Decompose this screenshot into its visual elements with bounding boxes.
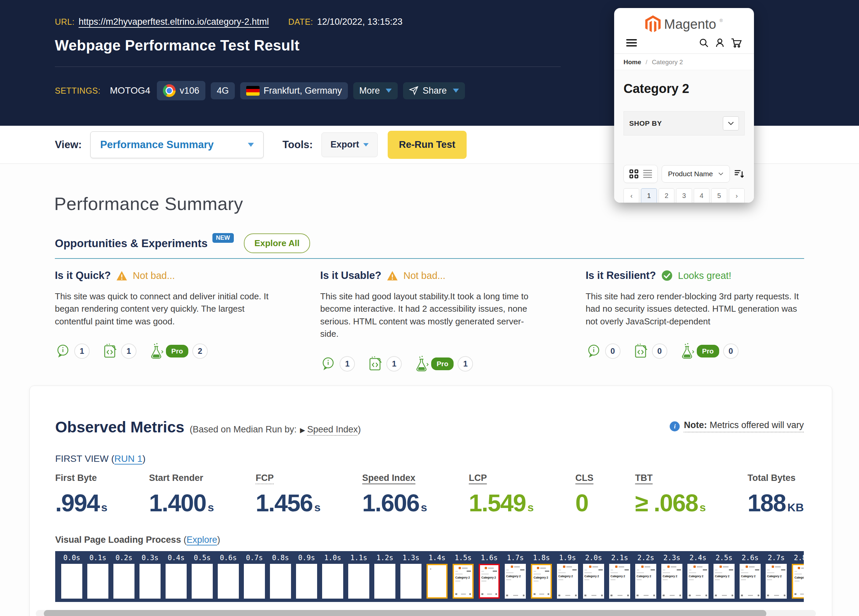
tested-page-preview[interactable]: Magento ® Home / Category 2 Category 2 S… [614, 8, 754, 203]
view-select[interactable]: Performance Summary [90, 131, 264, 158]
frame-thumbnail: Category 2 [766, 564, 787, 599]
film-frame[interactable]: Category 2 [505, 564, 526, 599]
warning-icon [116, 271, 127, 281]
explore-link[interactable]: Explore [187, 535, 217, 545]
rerun-test-button[interactable]: Re-Run Test [388, 131, 467, 159]
filmstrip-scrollbar-track[interactable] [36, 610, 816, 616]
film-frame[interactable] [218, 564, 239, 599]
film-frame[interactable] [322, 564, 343, 599]
more-label: More [359, 86, 380, 96]
film-frame[interactable] [61, 564, 82, 599]
test-date: 12/10/2022, 13:15:23 [317, 17, 402, 27]
metric: First Byte .994 s [55, 473, 108, 517]
film-frame[interactable] [348, 564, 369, 599]
germany-flag-icon [246, 86, 259, 96]
film-frame[interactable]: Category 2 [687, 564, 709, 599]
film-frame[interactable] [400, 564, 422, 599]
film-frame[interactable]: Category 2 [609, 564, 630, 599]
film-frame[interactable]: Category 2 [740, 564, 761, 599]
run-1-link[interactable]: RUN 1 [114, 454, 142, 464]
filmstrip-cell: 0.8s [270, 554, 291, 602]
frame-time: 0.9s [296, 554, 317, 563]
frame-time: 0.1s [87, 554, 108, 563]
metric-label[interactable]: TBT [635, 473, 653, 483]
film-frame[interactable]: Category 2 [531, 564, 552, 599]
frame-time: 1.5s [453, 554, 474, 563]
film-frame[interactable] [139, 564, 161, 599]
filmstrip-cell: 0.0s [61, 554, 82, 602]
speed-index-link[interactable]: Speed Index [307, 424, 358, 434]
frame-time: 0.8s [270, 554, 291, 563]
sort-select: Product Name [662, 165, 730, 182]
frame-time: 0.2s [113, 554, 134, 563]
observed-metrics-card: Observed Metrics (Based on Median Run by… [30, 385, 832, 616]
metric-label[interactable]: Speed Index [362, 473, 415, 483]
metric-unit: KB [787, 501, 804, 514]
export-button[interactable]: Export [322, 133, 378, 157]
mini-logo-icon [720, 566, 722, 568]
film-frame[interactable] [192, 564, 213, 599]
frame-page-title: Category 2 [715, 574, 733, 578]
metric-unit: s [700, 501, 706, 514]
film-frame[interactable]: Category 2 [792, 564, 804, 599]
mini-logo-icon [511, 566, 513, 568]
view-mode-toggle [623, 165, 658, 183]
film-frame[interactable]: Category 2 [766, 564, 787, 599]
film-frame[interactable]: Category 2 [479, 564, 500, 599]
assessment-description: This site had zero render-blocking 3rd p… [586, 290, 804, 328]
film-frame[interactable]: Category 2 [635, 564, 656, 599]
first-view-suffix: ) [142, 454, 145, 464]
test-location: Frankfurt, Germany [264, 86, 342, 96]
share-button[interactable]: Share [403, 82, 465, 99]
question-title: Is it Quick? [55, 270, 111, 282]
metric-label[interactable]: FCP [256, 473, 273, 483]
metric-label[interactable]: CLS [575, 473, 593, 483]
filmstrip-cell: 2.0s Category 2 [583, 554, 604, 602]
breadcrumb-current: Category 2 [652, 59, 683, 65]
film-frame[interactable] [296, 564, 317, 599]
status-text: Not bad... [133, 270, 175, 281]
filmstrip-cell: 2.1s Category 2 [609, 554, 630, 602]
metric-value: 0 [575, 489, 588, 517]
status-text: Not bad... [403, 270, 445, 281]
tested-url-link[interactable]: https://m2hyvaperftest.eltrino.io/catego… [79, 17, 269, 27]
filmstrip-cell: 1.0s [322, 554, 343, 602]
shop-by-label: SHOP BY [629, 119, 662, 128]
film-frame[interactable]: Category 2 [557, 564, 578, 599]
metric-label[interactable]: LCP [469, 473, 487, 483]
frame-page-title: Category 2 [689, 574, 707, 578]
device-name: MOTOG4 [110, 85, 150, 96]
frame-thumbnail: Category 2 [793, 565, 804, 597]
film-frame[interactable]: Category 2 [583, 564, 604, 599]
frame-time: 1.1s [348, 554, 369, 563]
pro-count-badge: 1 [458, 356, 473, 371]
filmstrip-scrollbar-thumb[interactable] [44, 610, 766, 616]
film-frame[interactable]: Category 2 [661, 564, 683, 599]
film-frame[interactable]: Category 2 [714, 564, 734, 599]
list-view-icon [643, 168, 652, 179]
film-frame[interactable] [87, 564, 108, 599]
metric-value: 188 [748, 489, 786, 517]
film-frame[interactable] [426, 564, 448, 599]
metrics-note[interactable]: i Note:Metrics offered will vary [670, 420, 804, 432]
account-icon [714, 37, 725, 48]
filmstrip-cell: 2.7s Category 2 [766, 554, 787, 602]
film-frame[interactable]: Category 2 [453, 564, 474, 599]
film-frame[interactable] [270, 564, 291, 599]
frame-page-title: Category 2 [534, 576, 549, 579]
filmstrip-cell: 1.7s Category 2 [505, 554, 526, 602]
share-icon [409, 86, 419, 95]
filmstrip-cell: 1.3s [400, 554, 422, 602]
more-button[interactable]: More [353, 82, 398, 99]
mini-logo-icon [798, 567, 800, 569]
filmstrip-cell: 1.2s [374, 554, 395, 602]
film-frame[interactable] [166, 564, 187, 599]
metric: Start Render 1.400 s [149, 473, 214, 517]
paren: ) [217, 535, 220, 545]
film-frame[interactable] [244, 564, 265, 599]
film-frame[interactable] [113, 564, 134, 599]
film-frame[interactable] [374, 564, 395, 599]
date-label: DATE: [288, 17, 313, 27]
explore-all-button[interactable]: Explore All [244, 234, 311, 253]
info-count-badge: 1 [339, 356, 355, 371]
